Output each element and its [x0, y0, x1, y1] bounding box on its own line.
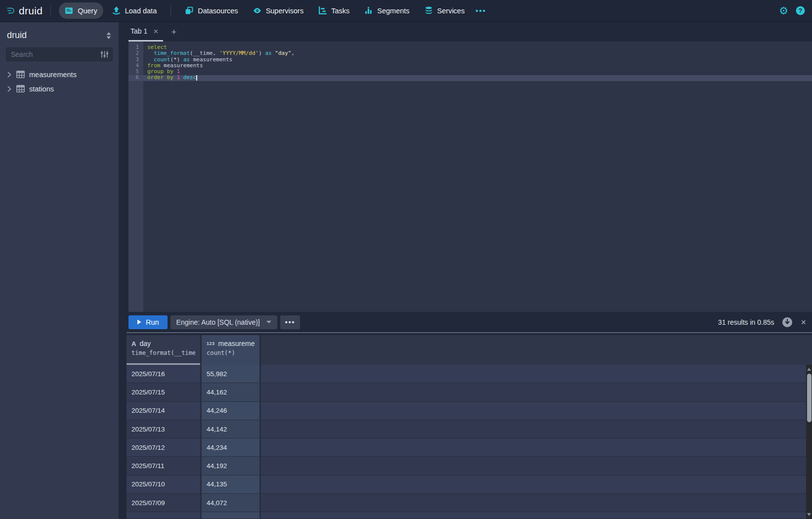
code-line[interactable]: 5group by 1 [128, 69, 812, 75]
tab-label: Tab 1 [130, 27, 147, 35]
scroll-down-arrow-icon[interactable] [807, 513, 811, 516]
add-tab-button[interactable]: + [171, 27, 176, 37]
nav-item-query[interactable]: Query [59, 2, 103, 19]
code-lines[interactable]: 1select2 time_format(__time, 'YYYY/MM/dd… [128, 44, 812, 81]
results-splitter[interactable] [127, 332, 812, 333]
tab-tab1[interactable]: Tab 1 × [128, 22, 163, 42]
table-cell[interactable]: 44,234 [202, 438, 261, 457]
settings-gear-icon[interactable]: ⚙ [779, 5, 788, 16]
navbar-more-button[interactable]: ••• [470, 6, 491, 15]
table-cell[interactable]: 2025/07/13 [127, 420, 202, 438]
header-filler [261, 335, 812, 365]
services-icon [425, 6, 433, 15]
nav-item-supervisors[interactable]: Supervisors [247, 2, 310, 19]
engine-dropdown-label: Engine: Auto [SQL (native)] [176, 318, 260, 326]
run-button-label: Run [146, 318, 159, 326]
chevron-right-icon [7, 72, 12, 78]
download-icon[interactable] [782, 317, 793, 328]
schema-sidebar: druid measurem [0, 22, 119, 519]
code-line[interactable]: 6order by 1 desc [128, 75, 812, 81]
segments-icon [364, 6, 373, 15]
help-icon[interactable]: ? [796, 6, 805, 15]
table-cell[interactable]: 44,072 [202, 494, 261, 512]
nav-item-datasources[interactable]: Datasources [179, 2, 244, 19]
search-input[interactable] [6, 47, 113, 61]
line-number: 2 [128, 50, 143, 56]
nav-item-label: Datasources [198, 7, 238, 15]
row-filler [261, 420, 812, 438]
filter-sliders-icon[interactable] [100, 50, 109, 58]
close-results-icon[interactable]: × [801, 318, 806, 327]
sort-indicator [127, 363, 200, 365]
table-cell[interactable]: 44,192 [202, 457, 261, 475]
table-cell[interactable]: 44,135 [202, 476, 261, 494]
scroll-up-arrow-icon[interactable] [807, 368, 811, 371]
run-bar: Run Engine: Auto [SQL (native)] ••• 31 r… [123, 312, 812, 332]
nav-item-tasks[interactable]: Tasks [312, 2, 355, 19]
navbar-divider [171, 5, 171, 16]
tab-bar: Tab 1 × + [123, 22, 812, 42]
column-expression: time_format(__time,… [131, 349, 195, 356]
nav-item-label: Segments [377, 7, 409, 15]
column-name: day [139, 340, 151, 347]
svg-text:?: ? [799, 7, 803, 14]
double-caret-sort-icon[interactable] [106, 32, 112, 40]
engine-dropdown[interactable]: Engine: Auto [SQL (native)] [171, 315, 277, 329]
table-cell[interactable]: 2025/07/12 [127, 438, 202, 457]
table-cell[interactable]: 44,246 [202, 402, 261, 420]
column-header-day[interactable]: A day time_format(__time,… [127, 335, 202, 365]
nav-item-services[interactable]: Services [419, 2, 471, 19]
editor-left-pad [123, 42, 128, 312]
row-filler [261, 438, 812, 457]
tree-item-measurements[interactable]: measurements [0, 67, 119, 82]
nav-item-segments[interactable]: Segments [358, 2, 415, 19]
play-icon [137, 319, 141, 325]
table-row: 2025/07/1144,192 [127, 457, 812, 475]
nav-item-load-data[interactable]: Load data [106, 2, 163, 19]
table-row: 2025/07/1544,162 [127, 383, 812, 401]
table-icon [16, 71, 25, 78]
row-filler [261, 476, 812, 494]
tree-item-stations[interactable]: stations [0, 82, 119, 96]
code-line[interactable]: 3 count(*) as measurements [128, 57, 812, 63]
code-line[interactable]: 4from measurements [128, 63, 812, 69]
table-cell[interactable]: 2025/07/10 [127, 476, 202, 494]
druid-logo[interactable]: druid [7, 5, 43, 17]
row-filler [261, 494, 812, 512]
scrollbar-thumb[interactable] [807, 374, 812, 422]
text-cursor [196, 75, 197, 81]
logo-text: druid [19, 5, 43, 17]
line-number: 6 [128, 75, 143, 81]
table-row: 2025/07/1444,246 [127, 402, 812, 420]
table-row: 2025/07/1655,982 [127, 365, 812, 383]
results-body: 2025/07/1655,9822025/07/1544,1622025/07/… [127, 365, 812, 519]
table-row: 2025/07/0944,072 [127, 494, 812, 512]
sql-editor[interactable]: 1select2 time_format(__time, 'YYYY/MM/dd… [123, 42, 812, 312]
table-cell [202, 512, 261, 519]
results-scrollbar[interactable] [806, 365, 812, 519]
table-cell[interactable]: 2025/07/16 [127, 365, 202, 383]
query-view: Tab 1 × + 1select2 time_format(__time, '… [123, 22, 812, 519]
chevron-right-icon [7, 86, 12, 92]
table-cell[interactable]: 44,142 [202, 420, 261, 438]
tree-item-label: measurements [29, 71, 77, 79]
table-cell[interactable]: 2025/07/11 [127, 457, 202, 475]
column-header-measurements[interactable]: 123 measureme… count(*) [202, 335, 261, 365]
nav-item-label: Services [437, 7, 465, 15]
table-cell[interactable]: 2025/07/15 [127, 383, 202, 401]
table-cell[interactable]: 2025/07/09 [127, 494, 202, 512]
table-cell[interactable]: 2025/07/14 [127, 402, 202, 420]
run-more-button[interactable]: ••• [280, 315, 300, 329]
table-cell[interactable]: 44,162 [202, 383, 261, 401]
tab-close-icon[interactable]: × [153, 27, 158, 36]
query-icon [65, 6, 73, 15]
tasks-icon [318, 6, 327, 15]
table-row: 2025/07/1044,135 [127, 476, 812, 494]
results-table: A day time_format(__time,… 123 measureme… [127, 335, 812, 519]
nav-item-label: Query [78, 7, 97, 15]
table-icon [16, 85, 25, 92]
table-cell[interactable]: 55,982 [202, 365, 261, 383]
table-row-partial [127, 512, 812, 519]
druid-logo-icon [7, 6, 15, 15]
run-button[interactable]: Run [128, 315, 168, 329]
